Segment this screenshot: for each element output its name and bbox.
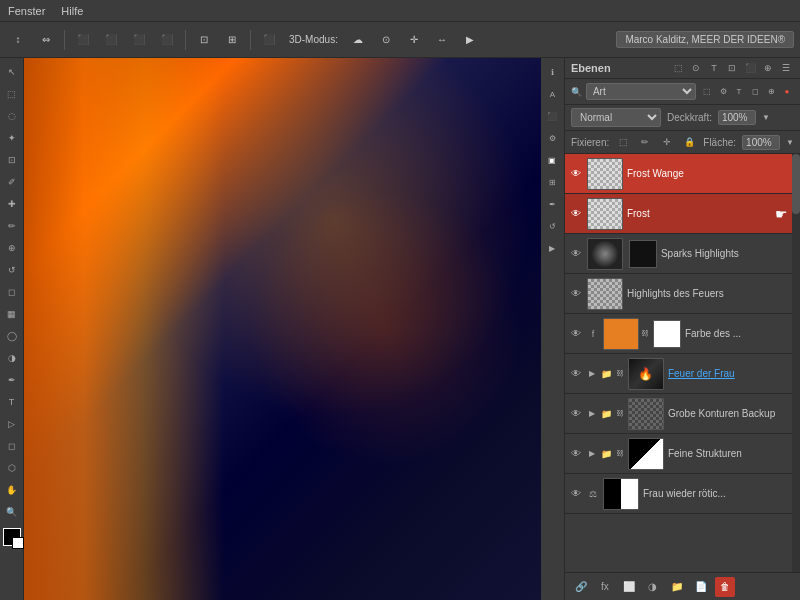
side-icon-info[interactable]: ℹ xyxy=(542,62,562,82)
filter-kind-dropdown[interactable]: Art xyxy=(586,83,696,100)
layer-expand-feuer[interactable]: ▶ xyxy=(587,369,597,379)
layer-farbe[interactable]: 👁 f ⛓ Farbe des ... xyxy=(565,314,792,354)
filter-type-icon[interactable]: T xyxy=(732,85,746,99)
layer-expand-grobe[interactable]: ▶ xyxy=(587,409,597,419)
layer-frost-wange[interactable]: 👁 Frost Wange xyxy=(565,154,792,194)
toolbar-3d-icon[interactable]: ⬛ xyxy=(257,28,281,52)
toolbar-3d-btn-5[interactable]: ▶ xyxy=(458,28,482,52)
tool-history[interactable]: ↺ xyxy=(2,260,22,280)
filter-adjust-icon[interactable]: ⚙ xyxy=(716,85,730,99)
side-icon-color[interactable]: A xyxy=(542,84,562,104)
toolbar-align-4[interactable]: ⬛ xyxy=(155,28,179,52)
side-icon-paths[interactable]: ✒ xyxy=(542,194,562,214)
side-icon-history[interactable]: ↺ xyxy=(542,216,562,236)
side-icon-swatches[interactable]: ⬛ xyxy=(542,106,562,126)
layer-grobe-konturen[interactable]: 👁 ▶ 📁 ⛓ Grobe Konturen Backup xyxy=(565,394,792,434)
toolbar-tool-1[interactable]: ↕ xyxy=(6,28,30,52)
opacity-arrow[interactable]: ▼ xyxy=(762,113,770,122)
filter-smart-icon[interactable]: ⊕ xyxy=(764,85,778,99)
tool-magic[interactable]: ✦ xyxy=(2,128,22,148)
toolbar-3d-btn-4[interactable]: ↔ xyxy=(430,28,454,52)
toolbar-3d-btn-1[interactable]: ☁ xyxy=(346,28,370,52)
toolbar-3d-btn-3[interactable]: ✛ xyxy=(402,28,426,52)
tool-zoom[interactable]: 🔍 xyxy=(2,502,22,522)
fill-input[interactable] xyxy=(742,135,780,150)
tool-lasso[interactable]: ◌ xyxy=(2,106,22,126)
filter-shape-icon[interactable]: ◻ xyxy=(748,85,762,99)
toolbar-transform-1[interactable]: ⊡ xyxy=(192,28,216,52)
tool-eyedropper[interactable]: ✐ xyxy=(2,172,22,192)
opacity-input[interactable] xyxy=(718,110,756,125)
layer-vis-feine[interactable]: 👁 xyxy=(569,447,583,461)
menu-fenster[interactable]: Fenster xyxy=(8,5,45,17)
toolbar-3d-btn-2[interactable]: ⊙ xyxy=(374,28,398,52)
layer-feuer-frau[interactable]: 👁 ▶ 📁 ⛓ Feuer der Frau xyxy=(565,354,792,394)
user-dropdown[interactable]: Marco Kalditz, MEER DER IDEEN® xyxy=(616,31,794,48)
menu-hilfe[interactable]: Hilfe xyxy=(61,5,83,17)
layer-vis-highlights[interactable]: 👁 xyxy=(569,287,583,301)
panel-icon-2[interactable]: ⊙ xyxy=(688,60,704,76)
toolbar-align-2[interactable]: ⬛ xyxy=(99,28,123,52)
footer-delete-btn[interactable]: 🗑 xyxy=(715,577,735,597)
tool-move[interactable]: ↖ xyxy=(2,62,22,82)
tool-path[interactable]: ▷ xyxy=(2,414,22,434)
layer-frost[interactable]: 👁 Frost ☛ xyxy=(565,194,792,234)
panel-icon-1[interactable]: ⬚ xyxy=(670,60,686,76)
lock-all-btn[interactable]: 🔒 xyxy=(681,134,697,150)
layer-expand-feine[interactable]: ▶ xyxy=(587,449,597,459)
layer-highlights-feuer[interactable]: 👁 Highlights des Feuers xyxy=(565,274,792,314)
layer-feine-strukturen[interactable]: 👁 ▶ 📁 ⛓ Feine Strukturen xyxy=(565,434,792,474)
toolbar-align-1[interactable]: ⬛ xyxy=(71,28,95,52)
footer-fx-btn[interactable]: fx xyxy=(595,577,615,597)
tool-hand[interactable]: ✋ xyxy=(2,480,22,500)
side-icon-channels[interactable]: ⊞ xyxy=(542,172,562,192)
layer-vis-grobe[interactable]: 👁 xyxy=(569,407,583,421)
tool-brush[interactable]: ✏ xyxy=(2,216,22,236)
tool-dodge[interactable]: ◑ xyxy=(2,348,22,368)
tool-select[interactable]: ⬚ xyxy=(2,84,22,104)
panel-icon-6[interactable]: ⊕ xyxy=(760,60,776,76)
layer-vis-frost[interactable]: 👁 xyxy=(569,207,583,221)
blend-mode-dropdown[interactable]: Normal xyxy=(571,108,661,127)
tool-shape[interactable]: ◻ xyxy=(2,436,22,456)
lock-move-btn[interactable]: ✛ xyxy=(659,134,675,150)
footer-link-btn[interactable]: 🔗 xyxy=(571,577,591,597)
layer-vis-feuer[interactable]: 👁 xyxy=(569,367,583,381)
tool-3d[interactable]: ⬡ xyxy=(2,458,22,478)
layer-sparks-highlights[interactable]: 👁 Sparks Highlights xyxy=(565,234,792,274)
foreground-color[interactable] xyxy=(3,528,21,546)
scrollbar-thumb[interactable] xyxy=(792,154,800,214)
panel-icon-4[interactable]: ⊡ xyxy=(724,60,740,76)
layer-vis-frau[interactable]: 👁 xyxy=(569,487,583,501)
lock-pixel-btn[interactable]: ⬚ xyxy=(615,134,631,150)
footer-adjust-btn[interactable]: ◑ xyxy=(643,577,663,597)
panel-icon-3[interactable]: T xyxy=(706,60,722,76)
tool-crop[interactable]: ⊡ xyxy=(2,150,22,170)
tool-eraser[interactable]: ◻ xyxy=(2,282,22,302)
footer-mask-btn[interactable]: ⬜ xyxy=(619,577,639,597)
tool-blur[interactable]: ◯ xyxy=(2,326,22,346)
layer-vis-farbe[interactable]: 👁 xyxy=(569,327,583,341)
layer-vis-sparks[interactable]: 👁 xyxy=(569,247,583,261)
tool-gradient[interactable]: ▦ xyxy=(2,304,22,324)
layer-frau-wieder[interactable]: 👁 ⚖ Frau wieder rötic... xyxy=(565,474,792,514)
footer-new-layer-btn[interactable]: 📄 xyxy=(691,577,711,597)
panel-icon-5[interactable]: ⬛ xyxy=(742,60,758,76)
tool-clone[interactable]: ⊕ xyxy=(2,238,22,258)
lock-draw-btn[interactable]: ✏ xyxy=(637,134,653,150)
tool-pen[interactable]: ✒ xyxy=(2,370,22,390)
layers-scrollbar[interactable] xyxy=(792,154,800,572)
layer-vis-frost-wange[interactable]: 👁 xyxy=(569,167,583,181)
tool-heal[interactable]: ✚ xyxy=(2,194,22,214)
filter-pixel-icon[interactable]: ⬚ xyxy=(700,85,714,99)
side-icon-layers[interactable]: ▣ xyxy=(542,150,562,170)
footer-group-btn[interactable]: 📁 xyxy=(667,577,687,597)
fill-arrow[interactable]: ▼ xyxy=(786,138,794,147)
side-icon-adjust[interactable]: ⚙ xyxy=(542,128,562,148)
panel-menu[interactable]: ☰ xyxy=(778,60,794,76)
side-icon-actions[interactable]: ▶ xyxy=(542,238,562,258)
filter-toggle[interactable]: ● xyxy=(780,85,794,99)
toolbar-align-3[interactable]: ⬛ xyxy=(127,28,151,52)
toolbar-tool-2[interactable]: ⇔ xyxy=(34,28,58,52)
toolbar-transform-2[interactable]: ⊞ xyxy=(220,28,244,52)
